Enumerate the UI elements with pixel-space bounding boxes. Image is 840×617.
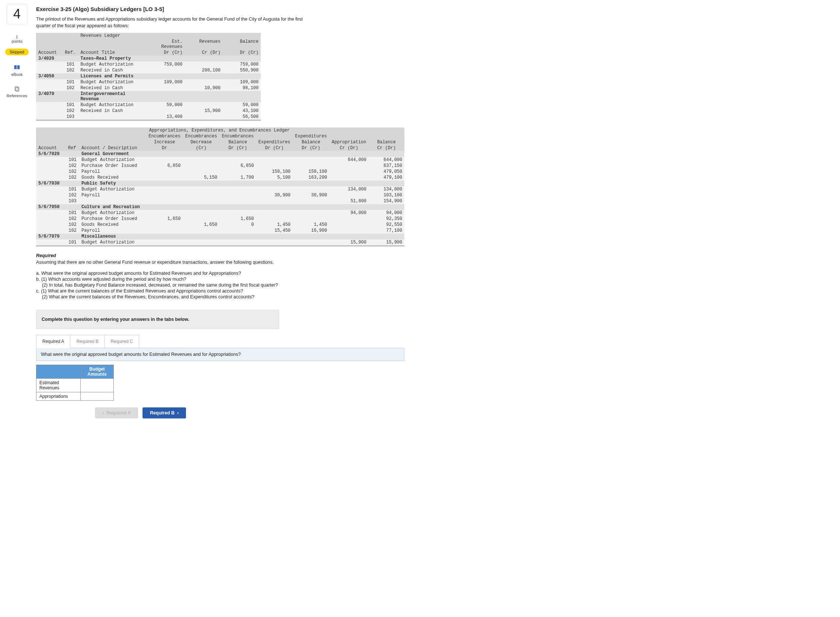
intro-line: quarter of the fiscal year appeared as f… [36, 23, 471, 28]
chevron-right-icon: › [177, 410, 178, 416]
exercise-title: Exercise 3-25 (Algo) Subsidiary Ledgers … [36, 6, 471, 12]
required-a: a. What were the original approved budge… [36, 271, 471, 276]
row-estimated-revenues: Estimated Revenues [37, 379, 81, 392]
row-appropriations: Appropriations [37, 392, 81, 401]
copy-icon [13, 86, 21, 93]
next-label: Required B [150, 410, 175, 416]
col-budget-amounts: Budget Amounts [81, 365, 114, 379]
sidebar: 4 1 points Skipped eBook References [4, 4, 30, 98]
input-appropriations[interactable] [81, 392, 114, 401]
nav-buttons: ‹ Required A Required B › [95, 407, 471, 418]
required-c2: (2) What are the current balances of the… [36, 294, 471, 300]
revenues-ledger: Revenues LedgerEst. RevenuesRevenuesBala… [36, 33, 261, 121]
ebook-label: eBook [11, 72, 22, 77]
references-button[interactable]: References [7, 86, 27, 98]
tab-required-a[interactable]: Required A [36, 335, 70, 348]
svg-rect-1 [16, 88, 19, 92]
answer-tabs: Required A Required B Required C [36, 335, 471, 348]
input-estimated-revenues[interactable] [81, 379, 114, 392]
book-icon [13, 64, 21, 71]
required-section: Required Assuming that there are no othe… [36, 253, 471, 300]
answer-input-table: Budget Amounts Estimated Revenues Approp… [36, 365, 114, 401]
svg-rect-0 [15, 87, 18, 91]
points: 1 points [12, 35, 22, 43]
prev-label: Required A [106, 410, 131, 416]
prev-button: ‹ Required A [95, 407, 138, 418]
next-button[interactable]: Required B › [143, 407, 186, 418]
required-b1: b. (1) Which accounts were adjusted duri… [36, 277, 471, 282]
required-heading: Required [36, 253, 471, 258]
main-content: Exercise 3-25 (Algo) Subsidiary Ledgers … [36, 4, 471, 418]
ebook-button[interactable]: eBook [11, 64, 22, 77]
tab-prompt: What were the original approved budget a… [41, 352, 241, 357]
skipped-pill: Skipped [5, 49, 29, 55]
table-corner [37, 365, 81, 379]
required-b2: (2) In total, has Budgetary Fund Balance… [36, 282, 471, 288]
tab-required-c[interactable]: Required C [104, 335, 139, 348]
required-c1: c. (1) What are the current balances of … [36, 288, 471, 294]
intro-text: The printout of the Revenues and Appropr… [36, 16, 471, 28]
appropriations-ledger: Appropriations, Expenditures, and Encumb… [36, 127, 404, 247]
intro-line: The printout of the Revenues and Appropr… [36, 16, 471, 22]
points-label: points [12, 39, 22, 43]
required-lead: Assuming that there are no other General… [36, 260, 471, 265]
answer-instruction-text: Complete this question by entering your … [41, 317, 189, 322]
tab-body: What were the original approved budget a… [36, 348, 404, 361]
question-number: 4 [7, 4, 27, 24]
chevron-left-icon: ‹ [102, 410, 104, 416]
answer-instruction-box: Complete this question by entering your … [36, 310, 279, 329]
tab-required-b[interactable]: Required B [70, 335, 105, 348]
references-label: References [7, 94, 27, 98]
points-value: 1 [12, 35, 22, 39]
